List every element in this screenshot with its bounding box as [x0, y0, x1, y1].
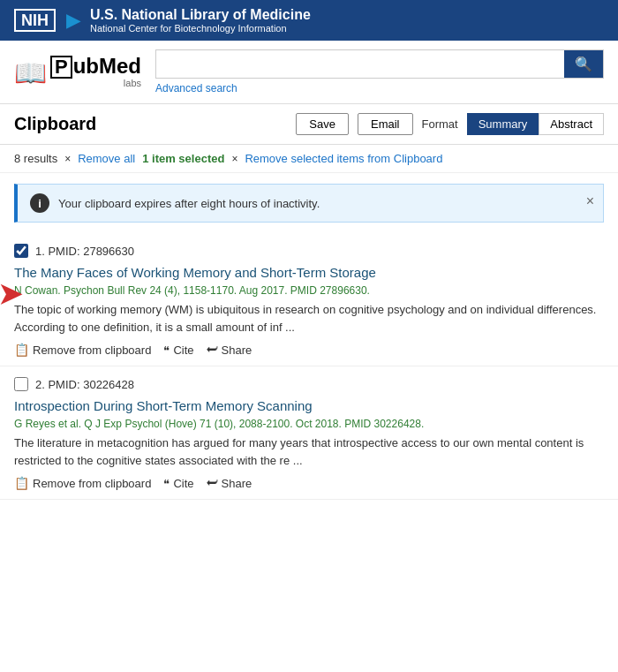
- clipboard-icon: 📋: [14, 476, 29, 490]
- pubmed-labs-label: labs: [50, 79, 141, 88]
- selected-count: 1 item selected: [142, 152, 224, 165]
- clipboard-icon: 📋: [14, 343, 29, 357]
- search-area: 🔍 Advanced search: [155, 49, 604, 94]
- cite-link[interactable]: ❝ Cite: [163, 344, 193, 357]
- format-label: Format: [422, 117, 458, 131]
- info-banner-close[interactable]: ×: [586, 193, 594, 209]
- nih-title: U.S. National Library of Medicine: [90, 7, 311, 23]
- result-pmid: 2. PMID: 30226428: [35, 378, 134, 391]
- result-item: 2. PMID: 30226428 Introspection During S…: [0, 366, 618, 500]
- format-group: Summary Abstract: [467, 113, 604, 135]
- save-button[interactable]: Save: [296, 113, 349, 135]
- email-button[interactable]: Email: [358, 113, 413, 135]
- result-title-link[interactable]: The Many Faces of Working Memory and Sho…: [14, 263, 604, 282]
- toolbar: Clipboard Save Email Format Summary Abst…: [0, 104, 618, 145]
- remove-from-clipboard-link[interactable]: 📋 Remove from clipboard: [14, 343, 151, 357]
- cite-icon: ❝: [163, 344, 170, 357]
- search-input[interactable]: [156, 50, 564, 78]
- nih-arrow-icon: ▶: [66, 10, 79, 31]
- result-abstract: The literature in metacognition has argu…: [14, 434, 604, 469]
- nih-header: NIH ▶ U.S. National Library of Medicine …: [0, 0, 618, 41]
- info-icon: i: [30, 193, 49, 213]
- remove-all-x-icon[interactable]: ×: [64, 153, 71, 165]
- page-title: Clipboard: [14, 114, 287, 134]
- result-actions: 📋 Remove from clipboard ❝ Cite ⮨ Share: [14, 343, 604, 357]
- cite-icon: ❝: [163, 477, 170, 490]
- arrow-indicator: ➤: [0, 277, 22, 311]
- result-header: 1. PMID: 27896630: [14, 244, 604, 258]
- share-icon: ⮨: [207, 344, 218, 357]
- pubmed-p-box: P: [50, 56, 72, 79]
- result-pmid: 1. PMID: 27896630: [35, 245, 134, 258]
- remove-from-clipboard-link[interactable]: 📋 Remove from clipboard: [14, 476, 151, 490]
- share-link[interactable]: ⮨ Share: [207, 477, 252, 490]
- abstract-format-button[interactable]: Abstract: [539, 113, 604, 135]
- results-bar: 8 results × Remove all 1 item selected ×…: [0, 145, 618, 173]
- info-banner-text: Your clipboard expires after eight hours…: [58, 197, 591, 210]
- remove-selected-x-icon[interactable]: ×: [231, 153, 237, 165]
- nih-logo: NIH: [14, 9, 56, 32]
- summary-format-button[interactable]: Summary: [467, 113, 539, 135]
- result-item: ➤ 1. PMID: 27896630 The Many Faces of Wo…: [0, 233, 618, 366]
- pubmed-book-icon: 📖: [14, 57, 47, 88]
- pubmed-logo-text: PubMed labs: [50, 56, 141, 88]
- pubmed-header: 📖 PubMed labs 🔍 Advanced search: [0, 41, 618, 104]
- result-authors: N Cowan. Psychon Bull Rev 24 (4), 1158-1…: [14, 284, 604, 297]
- nih-subtitle: National Center for Biotechnology Inform…: [90, 23, 311, 34]
- result-abstract: The topic of working memory (WM) is ubiq…: [14, 301, 604, 336]
- advanced-search-link[interactable]: Advanced search: [155, 82, 237, 94]
- share-link[interactable]: ⮨ Share: [207, 344, 252, 357]
- result-header: 2. PMID: 30226428: [14, 377, 604, 391]
- results-count: 8 results: [14, 152, 57, 165]
- result-checkbox[interactable]: [14, 244, 28, 258]
- info-banner: i Your clipboard expires after eight hou…: [14, 184, 604, 223]
- result-title-link[interactable]: Introspection During Short-Term Memory S…: [14, 396, 604, 415]
- results-container: ➤ 1. PMID: 27896630 The Many Faces of Wo…: [0, 233, 618, 500]
- result-authors: G Reyes et al. Q J Exp Psychol (Hove) 71…: [14, 418, 604, 430]
- result-actions: 📋 Remove from clipboard ❝ Cite ⮨ Share: [14, 476, 604, 490]
- cite-link[interactable]: ❝ Cite: [163, 477, 193, 490]
- pubmed-logo: 📖 PubMed labs: [14, 56, 141, 88]
- search-button[interactable]: 🔍: [564, 50, 603, 78]
- result-checkbox[interactable]: [14, 377, 28, 391]
- search-bar: 🔍: [155, 49, 604, 79]
- share-icon: ⮨: [207, 477, 218, 490]
- remove-selected-link[interactable]: Remove selected items from Clipboard: [245, 152, 442, 165]
- nih-text-block: U.S. National Library of Medicine Nation…: [90, 7, 311, 34]
- pubmed-wordmark: PubMed: [50, 56, 141, 79]
- remove-all-link[interactable]: Remove all: [78, 152, 135, 165]
